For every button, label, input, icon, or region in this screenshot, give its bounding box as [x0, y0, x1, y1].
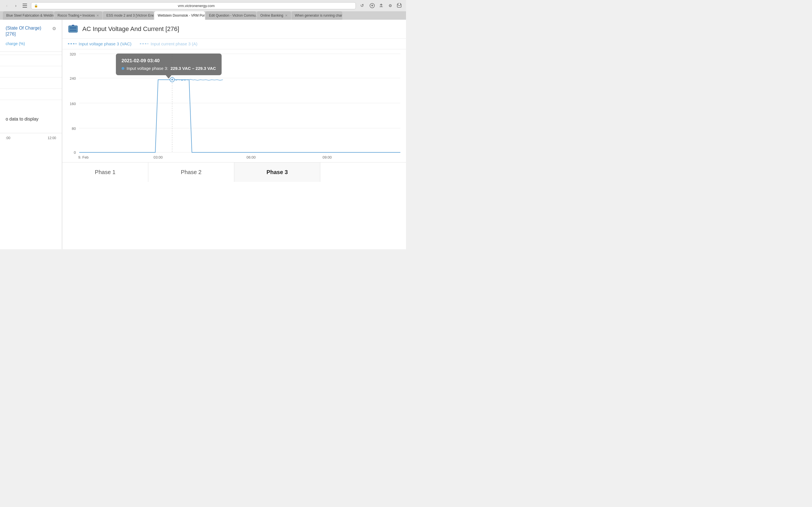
legend-current: Input current phase 3 (A)	[140, 41, 197, 46]
legend-voltage-label: Input voltage phase 3 (VAC)	[79, 41, 132, 46]
tab-wettstein[interactable]: Wettstein Doornstok - VRM Por... ✕	[154, 11, 205, 20]
settings-button[interactable]: ⚙	[386, 2, 394, 10]
grid-line-4	[0, 89, 62, 100]
left-panel-gear-icon[interactable]: ⚙	[52, 26, 56, 31]
right-panel: AC Input Voltage And Current [276] Input…	[62, 20, 406, 249]
left-panel: (State Of Charge) [276] ⚙ charge (%) o d…	[0, 20, 62, 249]
tab-label: ESS mode 2 and 3 [Victron Ene...	[106, 13, 154, 17]
share-button[interactable]	[377, 2, 385, 10]
chart-icon	[68, 24, 78, 34]
tooltip-arrow-icon	[166, 75, 171, 78]
left-panel-title: (State Of Charge) [276]	[6, 25, 52, 37]
svg-rect-5	[398, 3, 400, 5]
x-label-06: 06:00	[246, 155, 255, 159]
tab-label: Edit Question - Victron Commu...	[209, 13, 256, 17]
reload-button[interactable]: ↺	[358, 2, 366, 10]
tab-close-icon[interactable]: ✕	[285, 14, 288, 17]
grid-line-5	[0, 100, 62, 111]
x-label-03: 03:00	[153, 155, 162, 159]
tooltip-row-label: Input voltage phase 3:	[126, 66, 168, 71]
no-data-text: o data to display	[0, 111, 62, 127]
time-label-end: 12:00	[48, 136, 56, 140]
browser-chrome: ‹ › 🔒 vrm.victronenergy.com ↺	[0, 0, 406, 20]
phase-tab-1[interactable]: Phase 1	[62, 163, 148, 182]
tab-generator[interactable]: When generator is running char... ✕	[292, 11, 342, 20]
left-panel-subtitle: charge (%)	[0, 41, 62, 52]
window-button[interactable]	[395, 2, 403, 10]
svg-rect-9	[70, 30, 77, 31]
browser-toolbar: ‹ › 🔒 vrm.victronenergy.com ↺	[0, 0, 406, 11]
svg-rect-2	[22, 7, 27, 8]
tooltip-row-value: 229.3 VAC – 229.3 VAC	[170, 66, 216, 71]
y-label-0: 0	[74, 151, 76, 155]
legend-voltage-line	[68, 43, 77, 44]
tooltip-date: 2021-02-09 03:40	[121, 58, 216, 64]
time-label-start: :00	[6, 136, 10, 140]
x-label-feb9: 9. Feb	[79, 155, 89, 159]
svg-rect-8	[70, 27, 77, 29]
bottom-time-labels: :00 12:00	[0, 136, 62, 140]
address-text: vrm.victronenergy.com	[40, 4, 353, 8]
phase-tab-2[interactable]: Phase 2	[148, 163, 234, 182]
tab-label: Wettstein Doornstok - VRM Por...	[158, 13, 205, 17]
tab-label: Rocco Trading • Invoices	[57, 13, 95, 17]
phase-2-label: Phase 2	[181, 169, 201, 175]
tab-label: When generator is running char...	[295, 13, 342, 17]
back-button[interactable]: ‹	[3, 2, 11, 10]
browser-tabs: Blue Steel Fabrication & Weldin... ✕ Roc…	[0, 11, 406, 20]
grid-line-1	[0, 55, 62, 66]
legend-voltage: Input voltage phase 3 (VAC)	[68, 41, 132, 46]
sidebar-button[interactable]	[21, 2, 29, 10]
x-label-09: 09:00	[322, 155, 332, 159]
grid-line-2	[0, 66, 62, 77]
y-label-160: 160	[70, 102, 76, 106]
tab-online-banking[interactable]: Online Banking ✕	[257, 11, 291, 20]
grid-line-3	[0, 77, 62, 89]
y-label-240: 240	[70, 76, 76, 80]
tab-label: Online Banking	[260, 13, 283, 17]
phase-tab-3[interactable]: Phase 3	[234, 163, 320, 182]
y-label-320: 320	[70, 52, 76, 56]
phase-3-label: Phase 3	[266, 169, 288, 175]
page-content: (State Of Charge) [276] ⚙ charge (%) o d…	[0, 20, 406, 249]
download-button[interactable]	[368, 2, 376, 10]
svg-rect-10	[72, 25, 74, 26]
tab-close-icon[interactable]: ✕	[96, 14, 99, 17]
phase-1-label: Phase 1	[95, 169, 115, 175]
chart-svg-wrapper: 2021-02-09 03:40 Input voltage phase 3: …	[62, 49, 406, 162]
chart-title: AC Input Voltage And Current [276]	[82, 25, 179, 33]
voltage-line	[79, 80, 400, 152]
svg-rect-0	[22, 4, 27, 4]
tab-rocco[interactable]: Rocco Trading • Invoices ✕	[54, 11, 102, 20]
forward-button[interactable]: ›	[12, 2, 20, 10]
lock-icon: 🔒	[34, 4, 38, 8]
chart-legend: Input voltage phase 3 (VAC) Input curren…	[62, 39, 406, 49]
tab-ess[interactable]: ESS mode 2 and 3 [Victron Ene... ✕	[103, 11, 154, 20]
tab-edit-question[interactable]: Edit Question - Victron Commu... ✕	[206, 11, 256, 20]
legend-current-label: Input current phase 3 (A)	[151, 41, 197, 46]
tab-label: Blue Steel Fabrication & Weldin...	[6, 13, 54, 17]
nav-buttons: ‹ ›	[3, 2, 29, 10]
chart-header: AC Input Voltage And Current [276]	[62, 20, 406, 39]
y-label-80: 80	[72, 126, 76, 131]
phase-tabs: Phase 1 Phase 2 Phase 3	[62, 162, 406, 182]
address-bar[interactable]: 🔒 vrm.victronenergy.com	[31, 2, 356, 9]
tooltip-dot-icon	[121, 67, 124, 70]
left-panel-header: (State Of Charge) [276] ⚙	[0, 25, 62, 41]
legend-current-line	[140, 43, 148, 44]
phase-tab-extra[interactable]	[320, 163, 406, 182]
tab-blue-steel[interactable]: Blue Steel Fabrication & Weldin... ✕	[3, 11, 54, 20]
chart-tooltip: 2021-02-09 03:40 Input voltage phase 3: …	[116, 54, 221, 75]
svg-rect-1	[22, 5, 27, 6]
tooltip-row: Input voltage phase 3: 229.3 VAC – 229.3…	[121, 66, 216, 71]
browser-actions: ⚙	[368, 2, 403, 10]
